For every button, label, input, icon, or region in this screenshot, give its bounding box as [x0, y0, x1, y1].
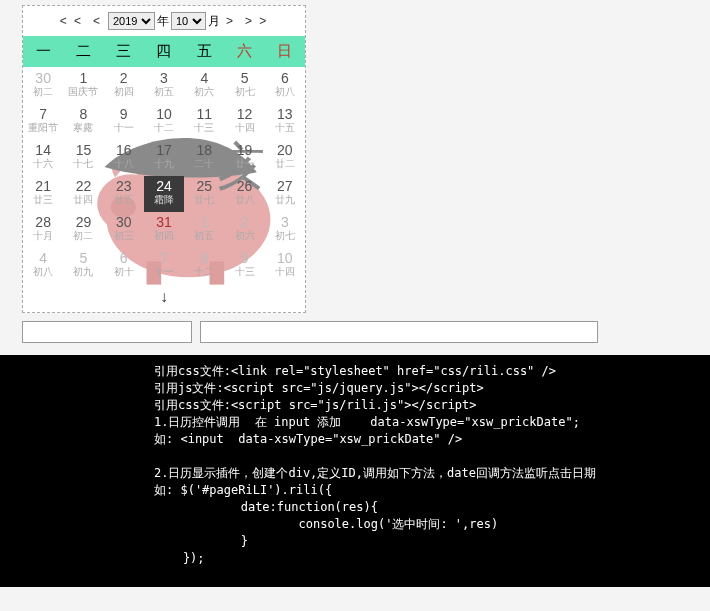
lunar-label: 二十 [184, 158, 224, 170]
date-cell[interactable]: 30初三 [104, 212, 144, 248]
date-cell[interactable]: 3初七 [265, 212, 305, 248]
date-cell[interactable]: 7重阳节 [23, 104, 63, 140]
date-cell[interactable]: 2初六 [224, 212, 264, 248]
date-cell[interactable]: 28十月 [23, 212, 63, 248]
date-cell[interactable]: 8寒露 [63, 104, 103, 140]
date-cell[interactable]: 17十九 [144, 140, 184, 176]
date-number: 6 [104, 250, 144, 266]
date-cell[interactable]: 24霜降 [144, 176, 184, 212]
lunar-label: 十二 [184, 266, 224, 278]
date-number: 10 [265, 250, 305, 266]
lunar-label: 初七 [265, 230, 305, 242]
date-cell[interactable]: 10十四 [265, 248, 305, 284]
date-cell[interactable]: 29初二 [63, 212, 103, 248]
lunar-label: 初八 [265, 86, 305, 98]
date-number: 1 [184, 214, 224, 230]
date-cell[interactable]: 25廿七 [184, 176, 224, 212]
date-number: 15 [63, 142, 103, 158]
date-number: 29 [63, 214, 103, 230]
date-cell[interactable]: 1初五 [184, 212, 224, 248]
date-input-b[interactable] [200, 321, 598, 343]
date-cell[interactable]: 10十二 [144, 104, 184, 140]
prev-year-button[interactable]: < < [56, 14, 87, 28]
date-cell[interactable]: 18二十 [184, 140, 224, 176]
date-cell[interactable]: 22廿四 [63, 176, 103, 212]
date-cell[interactable]: 21廿三 [23, 176, 63, 212]
lunar-label: 十八 [104, 158, 144, 170]
calendar-widget: 亥 < < < 2019 年 10 月 > > > 一二三四五六日 30初二1国… [22, 5, 306, 313]
date-number: 7 [23, 106, 63, 122]
date-cell[interactable]: 20廿二 [265, 140, 305, 176]
date-cell[interactable]: 3初五 [144, 68, 184, 104]
date-cell[interactable]: 7十一 [144, 248, 184, 284]
date-input-a[interactable] [22, 321, 192, 343]
lunar-label: 廿四 [63, 194, 103, 206]
date-number: 30 [23, 70, 63, 86]
date-cell[interactable]: 31初四 [144, 212, 184, 248]
date-number: 1 [63, 70, 103, 86]
date-number: 4 [184, 70, 224, 86]
lunar-label: 十一 [144, 266, 184, 278]
date-cell[interactable]: 23廿五 [104, 176, 144, 212]
date-number: 31 [144, 214, 184, 230]
date-number: 5 [224, 70, 264, 86]
date-cell[interactable]: 12十四 [224, 104, 264, 140]
date-cell[interactable]: 6初八 [265, 68, 305, 104]
lunar-label: 初三 [104, 230, 144, 242]
weekday-header-cell: 六 [224, 36, 264, 68]
year-select[interactable]: 2019 [108, 12, 155, 30]
date-cell[interactable]: 4初六 [184, 68, 224, 104]
date-number: 8 [184, 250, 224, 266]
date-cell[interactable]: 30初二 [23, 68, 63, 104]
lunar-label: 初五 [144, 86, 184, 98]
lunar-label: 初四 [144, 230, 184, 242]
date-cell[interactable]: 26廿八 [224, 176, 264, 212]
date-cell[interactable]: 14十六 [23, 140, 63, 176]
date-cell[interactable]: 1国庆节 [63, 68, 103, 104]
lunar-label: 十六 [23, 158, 63, 170]
date-number: 5 [63, 250, 103, 266]
lunar-label: 霜降 [144, 194, 184, 206]
date-number: 25 [184, 178, 224, 194]
date-cell[interactable]: 13十五 [265, 104, 305, 140]
date-number: 10 [144, 106, 184, 122]
date-number: 9 [104, 106, 144, 122]
date-cell[interactable]: 27廿九 [265, 176, 305, 212]
date-grid: 30初二1国庆节2初四3初五4初六5初七6初八7重阳节8寒露9十一10十二11十… [23, 68, 305, 284]
lunar-label: 十七 [63, 158, 103, 170]
month-suffix: 月 [208, 13, 220, 30]
lunar-label: 廿一 [224, 158, 264, 170]
date-cell[interactable]: 2初四 [104, 68, 144, 104]
month-select[interactable]: 10 [171, 12, 206, 30]
lunar-label: 初五 [184, 230, 224, 242]
prev-month-button[interactable]: < [89, 14, 106, 28]
next-month-button[interactable]: > [222, 14, 239, 28]
date-cell[interactable]: 9十三 [224, 248, 264, 284]
date-number: 23 [104, 178, 144, 194]
date-cell[interactable]: 16十八 [104, 140, 144, 176]
lunar-label: 初八 [23, 266, 63, 278]
date-number: 8 [63, 106, 103, 122]
weekday-header-cell: 二 [63, 36, 103, 68]
date-cell[interactable]: 8十二 [184, 248, 224, 284]
year-suffix: 年 [157, 13, 169, 30]
lunar-label: 十月 [23, 230, 63, 242]
date-number: 3 [144, 70, 184, 86]
date-number: 18 [184, 142, 224, 158]
next-year-button[interactable]: > > [241, 14, 272, 28]
date-number: 30 [104, 214, 144, 230]
date-cell[interactable]: 6初十 [104, 248, 144, 284]
date-cell[interactable]: 11十三 [184, 104, 224, 140]
lunar-label: 廿八 [224, 194, 264, 206]
date-cell[interactable]: 15十七 [63, 140, 103, 176]
weekday-header-cell: 三 [104, 36, 144, 68]
date-number: 2 [104, 70, 144, 86]
date-cell[interactable]: 5初七 [224, 68, 264, 104]
lunar-label: 十四 [265, 266, 305, 278]
lunar-label: 重阳节 [23, 122, 63, 134]
date-cell[interactable]: 5初九 [63, 248, 103, 284]
date-number: 12 [224, 106, 264, 122]
date-cell[interactable]: 9十一 [104, 104, 144, 140]
date-cell[interactable]: 19廿一 [224, 140, 264, 176]
date-cell[interactable]: 4初八 [23, 248, 63, 284]
